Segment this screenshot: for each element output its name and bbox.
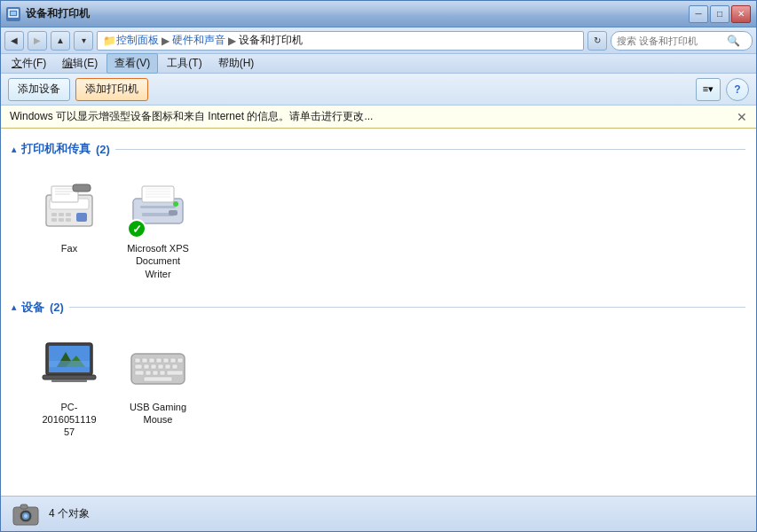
devices-section-header: ▴ 设备 (2) [12, 300, 745, 316]
mouse-icon [128, 336, 188, 396]
default-printer-badge: ✓ [127, 219, 146, 239]
view-toggle-button[interactable]: ≡▾ [696, 78, 721, 101]
svg-rect-49 [153, 371, 158, 375]
pc-label: PC-201605111957 [35, 401, 104, 439]
svg-rect-12 [51, 218, 57, 222]
svg-rect-47 [135, 371, 144, 375]
breadcrumb-part2[interactable]: 硬件和声音 [172, 33, 225, 48]
svg-rect-45 [165, 364, 170, 369]
menu-tools-label: 工具(T) [167, 57, 201, 69]
status-bar: 4 个对象 [1, 496, 756, 531]
menu-edit-label: 编辑(E) [62, 57, 98, 69]
add-device-label: 添加设备 [18, 82, 60, 97]
fax-icon-wrap [38, 176, 100, 239]
usb-mouse-label: USB GamingMouse [130, 401, 186, 426]
search-icon: 🔍 [727, 35, 740, 47]
printers-count: (2) [96, 143, 110, 156]
info-message: Windows 可以显示增强型设备图标和来自 Internet 的信息。请单击进… [10, 109, 373, 124]
device-fax[interactable]: Fax [29, 171, 109, 286]
svg-rect-46 [172, 364, 177, 369]
close-button[interactable]: ✕ [731, 5, 751, 23]
menu-edit[interactable]: 编辑(E) [55, 54, 105, 73]
refresh-button[interactable]: ↻ [587, 31, 607, 51]
breadcrumb-arrow1: ▶ [162, 35, 170, 47]
svg-rect-40 [177, 358, 183, 363]
window-title: 设备和打印机 [26, 6, 689, 21]
breadcrumb-part1[interactable]: 控制面板 [116, 33, 159, 48]
dropdown-button[interactable]: ▾ [74, 31, 93, 51]
svg-rect-51 [167, 371, 183, 375]
maximize-button[interactable]: □ [710, 5, 729, 23]
help-icon: ? [734, 83, 740, 96]
svg-rect-39 [170, 358, 176, 363]
printers-section-header: ▴ 打印机和传真 (2) [12, 141, 745, 157]
breadcrumb[interactable]: 📁 控制面板 ▶ 硬件和声音 ▶ 设备和打印机 [97, 31, 584, 51]
svg-rect-1 [11, 12, 16, 15]
minimize-button[interactable]: ─ [689, 5, 708, 23]
svg-rect-10 [59, 213, 64, 216]
svg-rect-48 [146, 371, 151, 375]
forward-button[interactable]: ▶ [28, 31, 47, 51]
printers-title: 打印机和传真 [21, 141, 91, 157]
svg-rect-36 [149, 358, 154, 363]
svg-rect-14 [66, 218, 71, 222]
breadcrumb-arrow2: ▶ [228, 35, 236, 47]
menu-help[interactable]: 帮助(H) [211, 54, 262, 73]
printers-collapse-arrow[interactable]: ▴ [12, 145, 16, 154]
svg-point-56 [24, 514, 28, 518]
svg-rect-52 [144, 377, 172, 381]
device-pc[interactable]: PC-201605111957 [29, 330, 109, 444]
menu-view-label: 查看(V) [114, 57, 150, 69]
up-button[interactable]: ▲ [51, 31, 70, 51]
view-icon: ≡▾ [703, 83, 714, 95]
window-icon [6, 7, 20, 21]
svg-rect-35 [142, 358, 147, 363]
back-button[interactable]: ◀ [4, 31, 24, 51]
add-printer-button[interactable]: 添加打印机 [75, 78, 148, 101]
menu-view[interactable]: 查看(V) [106, 53, 158, 74]
toolbar: 添加设备 添加打印机 ≡▾ ? [1, 74, 756, 106]
search-input[interactable] [617, 35, 723, 46]
svg-rect-30 [49, 361, 90, 367]
svg-rect-57 [20, 505, 28, 509]
svg-rect-38 [163, 358, 169, 363]
add-device-button[interactable]: 添加设备 [8, 78, 70, 101]
search-box[interactable]: 🔍 [611, 31, 753, 51]
svg-rect-42 [144, 364, 149, 369]
menu-file-label: 文件(F) [12, 57, 46, 69]
svg-rect-44 [158, 364, 163, 369]
svg-rect-37 [156, 358, 162, 363]
mouse-icon-wrap [127, 335, 189, 397]
add-printer-label: 添加打印机 [85, 82, 138, 97]
xps-label: Microsoft XPSDocumentWriter [127, 242, 189, 280]
device-xps-printer[interactable]: ✓ Microsoft XPSDocumentWriter [118, 171, 198, 286]
device-usb-mouse[interactable]: USB GamingMouse [118, 330, 198, 444]
pc-icon-wrap [38, 335, 100, 397]
menu-bar: 文件(F) 编辑(E) 查看(V) 工具(T) 帮助(H) [1, 54, 756, 74]
svg-rect-9 [51, 213, 57, 216]
laptop-icon [39, 336, 99, 396]
breadcrumb-part3: 设备和打印机 [239, 33, 303, 48]
svg-rect-25 [169, 210, 177, 215]
svg-rect-32 [51, 379, 87, 382]
info-close-button[interactable]: ✕ [737, 110, 747, 124]
svg-rect-8 [73, 184, 91, 192]
xps-icon-wrap: ✓ [127, 176, 189, 239]
svg-rect-15 [76, 213, 87, 222]
main-window: 设备和打印机 ─ □ ✕ ◀ ▶ ▲ ▾ 📁 控制面板 ▶ 硬件和声音 ▶ 设备… [0, 0, 757, 532]
content-area: ▴ 打印机和传真 (2) [1, 129, 756, 496]
title-bar: 设备和打印机 ─ □ ✕ [1, 1, 756, 27]
help-button[interactable]: ? [726, 78, 749, 101]
menu-file[interactable]: 文件(F) [4, 54, 53, 73]
breadcrumb-folder-icon: 📁 [103, 35, 116, 47]
address-bar: ◀ ▶ ▲ ▾ 📁 控制面板 ▶ 硬件和声音 ▶ 设备和打印机 ↻ 🔍 [1, 27, 756, 54]
fax-label: Fax [61, 242, 77, 254]
devices-collapse-arrow[interactable]: ▴ [12, 302, 16, 312]
svg-rect-13 [59, 218, 64, 222]
devices-title: 设备 [21, 300, 44, 316]
svg-rect-34 [135, 358, 140, 363]
svg-rect-17 [140, 206, 176, 208]
menu-tools[interactable]: 工具(T) [160, 54, 209, 73]
fax-icon [39, 177, 99, 238]
window-controls: ─ □ ✕ [689, 5, 751, 23]
